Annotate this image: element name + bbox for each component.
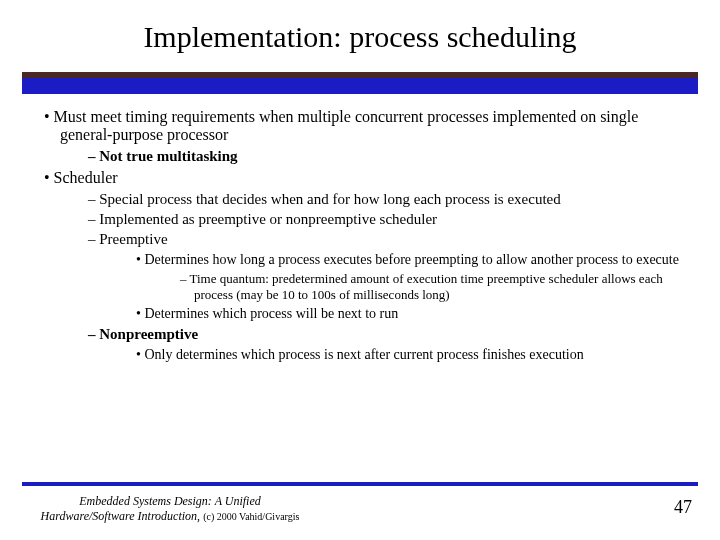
footer-attribution: (c) 2000 Vahid/Givargis bbox=[203, 511, 299, 522]
footer-line1: Embedded Systems Design: A Unified bbox=[79, 494, 261, 508]
bullet-level2: Not true multitasking bbox=[84, 148, 682, 165]
bullet-text: Scheduler bbox=[54, 169, 118, 186]
bullet-level1: Scheduler Special process that decides w… bbox=[38, 169, 682, 363]
page-number: 47 bbox=[674, 497, 692, 518]
bullet-level3: Determines how long a process executes b… bbox=[132, 252, 682, 303]
bullet-text: Preemptive bbox=[99, 231, 167, 247]
bullet-text: Determines how long a process executes b… bbox=[144, 252, 679, 267]
bullet-text: Must meet timing requirements when multi… bbox=[54, 108, 639, 143]
bullet-level2: Special process that decides when and fo… bbox=[84, 191, 682, 208]
footer-accent-bar bbox=[22, 482, 698, 486]
footer-line2: Hardware/Software Introduction, bbox=[41, 509, 204, 523]
bullet-text: Time quantum: predetermined amount of ex… bbox=[190, 271, 663, 302]
bullet-text: Only determines which process is next af… bbox=[144, 347, 583, 362]
accent-bar-blue bbox=[22, 78, 698, 94]
bullet-level2: Implemented as preemptive or nonpreempti… bbox=[84, 211, 682, 228]
bullet-text: Determines which process will be next to… bbox=[144, 306, 398, 321]
slide-title: Implementation: process scheduling bbox=[0, 0, 720, 72]
bullet-level2: Preemptive Determines how long a process… bbox=[84, 231, 682, 322]
bullet-level3: Determines which process will be next to… bbox=[132, 306, 682, 322]
bullet-text: Nonpreemptive bbox=[99, 326, 198, 342]
bullet-text: Not true multitasking bbox=[99, 148, 237, 164]
bullet-level4: Time quantum: predetermined amount of ex… bbox=[178, 271, 682, 303]
bullet-level2: Nonpreemptive Only determines which proc… bbox=[84, 326, 682, 363]
slide-content: Must meet timing requirements when multi… bbox=[38, 108, 682, 363]
footer-citation: Embedded Systems Design: A Unified Hardw… bbox=[30, 494, 310, 524]
bullet-level3: Only determines which process is next af… bbox=[132, 347, 682, 363]
bullet-text: Implemented as preemptive or nonpreempti… bbox=[99, 211, 437, 227]
bullet-level1: Must meet timing requirements when multi… bbox=[38, 108, 682, 165]
bullet-text: Special process that decides when and fo… bbox=[99, 191, 561, 207]
